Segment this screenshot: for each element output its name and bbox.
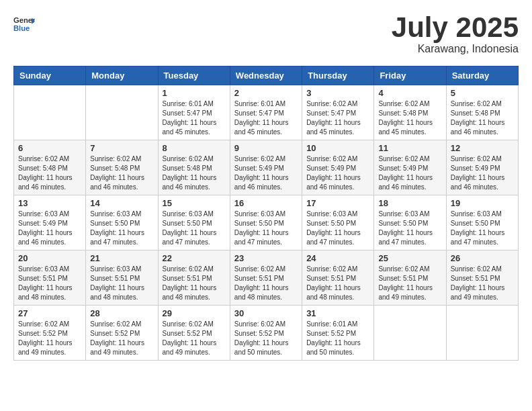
calendar-cell: 20Sunrise: 6:03 AM Sunset: 5:51 PM Dayli…	[14, 250, 86, 306]
day-info: Sunrise: 6:03 AM Sunset: 5:51 PM Dayligh…	[90, 265, 153, 302]
calendar-week-1: 1Sunrise: 6:01 AM Sunset: 5:47 PM Daylig…	[14, 85, 519, 140]
title-block: July 2025 Karawang, Indonesia	[392, 13, 519, 55]
calendar-cell: 27Sunrise: 6:02 AM Sunset: 5:52 PM Dayli…	[14, 306, 86, 361]
weekday-header-sunday: Sunday	[14, 66, 86, 85]
day-info: Sunrise: 6:02 AM Sunset: 5:47 PM Dayligh…	[306, 99, 369, 137]
calendar-cell: 10Sunrise: 6:02 AM Sunset: 5:49 PM Dayli…	[302, 140, 374, 195]
day-info: Sunrise: 6:01 AM Sunset: 5:52 PM Dayligh…	[306, 320, 369, 357]
calendar-cell: 16Sunrise: 6:03 AM Sunset: 5:50 PM Dayli…	[230, 195, 302, 250]
calendar-cell	[446, 306, 518, 361]
weekday-header-row: SundayMondayTuesdayWednesdayThursdayFrid…	[14, 66, 519, 85]
calendar-cell: 29Sunrise: 6:02 AM Sunset: 5:52 PM Dayli…	[158, 306, 230, 361]
day-number: 16	[234, 198, 298, 208]
calendar-cell: 19Sunrise: 6:03 AM Sunset: 5:50 PM Dayli…	[446, 195, 518, 250]
weekday-header-friday: Friday	[374, 66, 446, 85]
day-number: 11	[378, 143, 441, 153]
day-info: Sunrise: 6:02 AM Sunset: 5:48 PM Dayligh…	[90, 154, 153, 192]
day-info: Sunrise: 6:01 AM Sunset: 5:47 PM Dayligh…	[163, 99, 226, 137]
calendar-cell: 13Sunrise: 6:03 AM Sunset: 5:49 PM Dayli…	[14, 195, 86, 250]
day-info: Sunrise: 6:02 AM Sunset: 5:48 PM Dayligh…	[378, 99, 441, 137]
calendar-cell: 23Sunrise: 6:02 AM Sunset: 5:51 PM Dayli…	[230, 250, 302, 306]
day-number: 24	[306, 253, 369, 263]
day-number: 17	[306, 198, 369, 208]
calendar-cell: 3Sunrise: 6:02 AM Sunset: 5:47 PM Daylig…	[302, 85, 374, 140]
logo: General Blue	[13, 13, 36, 35]
day-number: 18	[378, 198, 441, 208]
day-info: Sunrise: 6:01 AM Sunset: 5:47 PM Dayligh…	[234, 99, 298, 137]
day-number: 26	[451, 253, 514, 263]
day-number: 21	[90, 253, 153, 263]
day-info: Sunrise: 6:03 AM Sunset: 5:50 PM Dayligh…	[234, 210, 298, 247]
day-number: 9	[234, 143, 298, 153]
day-number: 31	[306, 308, 369, 318]
generalblue-logo-icon: General Blue	[13, 13, 35, 35]
day-number: 1	[163, 88, 226, 98]
calendar-cell: 1Sunrise: 6:01 AM Sunset: 5:47 PM Daylig…	[158, 85, 230, 140]
calendar-week-2: 6Sunrise: 6:02 AM Sunset: 5:48 PM Daylig…	[14, 140, 519, 195]
weekday-header-saturday: Saturday	[446, 66, 518, 85]
day-info: Sunrise: 6:02 AM Sunset: 5:52 PM Dayligh…	[234, 320, 298, 357]
calendar-cell	[374, 306, 446, 361]
calendar-cell: 6Sunrise: 6:02 AM Sunset: 5:48 PM Daylig…	[14, 140, 86, 195]
svg-text:Blue: Blue	[13, 24, 30, 32]
calendar-table: SundayMondayTuesdayWednesdayThursdayFrid…	[13, 66, 519, 361]
calendar-cell	[14, 85, 86, 140]
day-number: 15	[163, 198, 226, 208]
day-number: 27	[18, 308, 81, 318]
day-info: Sunrise: 6:02 AM Sunset: 5:48 PM Dayligh…	[18, 154, 81, 192]
calendar-cell: 5Sunrise: 6:02 AM Sunset: 5:48 PM Daylig…	[446, 85, 518, 140]
day-number: 7	[90, 143, 153, 153]
month-title: July 2025	[392, 13, 519, 42]
day-info: Sunrise: 6:02 AM Sunset: 5:52 PM Dayligh…	[18, 320, 81, 357]
location-title: Karawang, Indonesia	[392, 43, 519, 55]
day-number: 13	[18, 198, 81, 208]
page-header: General Blue July 2025 Karawang, Indones…	[13, 13, 519, 55]
calendar-cell: 28Sunrise: 6:02 AM Sunset: 5:52 PM Dayli…	[86, 306, 158, 361]
calendar-cell: 14Sunrise: 6:03 AM Sunset: 5:50 PM Dayli…	[86, 195, 158, 250]
day-info: Sunrise: 6:03 AM Sunset: 5:50 PM Dayligh…	[451, 210, 514, 247]
calendar-cell: 22Sunrise: 6:02 AM Sunset: 5:51 PM Dayli…	[158, 250, 230, 306]
calendar-cell: 12Sunrise: 6:02 AM Sunset: 5:49 PM Dayli…	[446, 140, 518, 195]
day-info: Sunrise: 6:02 AM Sunset: 5:48 PM Dayligh…	[163, 154, 226, 192]
day-number: 29	[163, 308, 226, 318]
calendar-cell: 8Sunrise: 6:02 AM Sunset: 5:48 PM Daylig…	[158, 140, 230, 195]
day-info: Sunrise: 6:03 AM Sunset: 5:49 PM Dayligh…	[18, 210, 81, 247]
calendar-cell: 26Sunrise: 6:02 AM Sunset: 5:51 PM Dayli…	[446, 250, 518, 306]
day-info: Sunrise: 6:02 AM Sunset: 5:52 PM Dayligh…	[163, 320, 226, 357]
day-info: Sunrise: 6:02 AM Sunset: 5:51 PM Dayligh…	[306, 265, 369, 302]
calendar-cell: 9Sunrise: 6:02 AM Sunset: 5:49 PM Daylig…	[230, 140, 302, 195]
day-number: 19	[451, 198, 514, 208]
day-info: Sunrise: 6:02 AM Sunset: 5:52 PM Dayligh…	[90, 320, 153, 357]
calendar-cell: 11Sunrise: 6:02 AM Sunset: 5:49 PM Dayli…	[374, 140, 446, 195]
day-info: Sunrise: 6:02 AM Sunset: 5:51 PM Dayligh…	[378, 265, 441, 302]
day-info: Sunrise: 6:02 AM Sunset: 5:49 PM Dayligh…	[378, 154, 441, 192]
day-info: Sunrise: 6:03 AM Sunset: 5:51 PM Dayligh…	[18, 265, 81, 302]
day-number: 25	[378, 253, 441, 263]
day-number: 23	[234, 253, 298, 263]
day-info: Sunrise: 6:02 AM Sunset: 5:49 PM Dayligh…	[234, 154, 298, 192]
day-number: 4	[378, 88, 441, 98]
day-number: 10	[306, 143, 369, 153]
day-number: 5	[451, 88, 514, 98]
calendar-cell: 18Sunrise: 6:03 AM Sunset: 5:50 PM Dayli…	[374, 195, 446, 250]
day-number: 14	[90, 198, 153, 208]
calendar-cell: 15Sunrise: 6:03 AM Sunset: 5:50 PM Dayli…	[158, 195, 230, 250]
calendar-cell: 30Sunrise: 6:02 AM Sunset: 5:52 PM Dayli…	[230, 306, 302, 361]
calendar-cell: 7Sunrise: 6:02 AM Sunset: 5:48 PM Daylig…	[86, 140, 158, 195]
calendar-cell: 4Sunrise: 6:02 AM Sunset: 5:48 PM Daylig…	[374, 85, 446, 140]
calendar-week-4: 20Sunrise: 6:03 AM Sunset: 5:51 PM Dayli…	[14, 250, 519, 306]
weekday-header-thursday: Thursday	[302, 66, 374, 85]
calendar-week-5: 27Sunrise: 6:02 AM Sunset: 5:52 PM Dayli…	[14, 306, 519, 361]
day-info: Sunrise: 6:02 AM Sunset: 5:51 PM Dayligh…	[163, 265, 226, 302]
day-number: 6	[18, 143, 81, 153]
calendar-cell: 25Sunrise: 6:02 AM Sunset: 5:51 PM Dayli…	[374, 250, 446, 306]
calendar-cell: 31Sunrise: 6:01 AM Sunset: 5:52 PM Dayli…	[302, 306, 374, 361]
day-info: Sunrise: 6:03 AM Sunset: 5:50 PM Dayligh…	[306, 210, 369, 247]
day-number: 30	[234, 308, 298, 318]
day-number: 22	[163, 253, 226, 263]
day-info: Sunrise: 6:02 AM Sunset: 5:49 PM Dayligh…	[451, 154, 514, 192]
day-info: Sunrise: 6:02 AM Sunset: 5:49 PM Dayligh…	[306, 154, 369, 192]
calendar-cell	[86, 85, 158, 140]
calendar-cell: 17Sunrise: 6:03 AM Sunset: 5:50 PM Dayli…	[302, 195, 374, 250]
day-info: Sunrise: 6:02 AM Sunset: 5:51 PM Dayligh…	[234, 265, 298, 302]
